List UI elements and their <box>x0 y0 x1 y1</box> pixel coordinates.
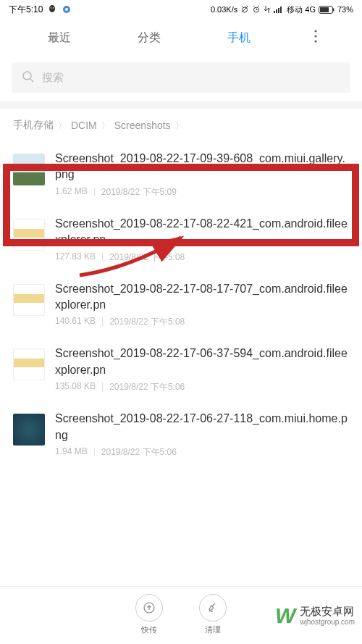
search-placeholder: 搜索 <box>42 71 64 85</box>
file-thumbnail <box>13 348 45 380</box>
file-thumbnail <box>13 284 45 316</box>
meta-separator: | <box>93 446 96 459</box>
battery-percent: 73% <box>337 5 353 14</box>
svg-line-19 <box>30 79 33 82</box>
svg-point-0 <box>49 5 55 12</box>
file-thumbnail <box>13 414 45 446</box>
status-bar: 下午5:10 0.03K/s 移动 4G 73% <box>0 0 362 19</box>
more-icon[interactable] <box>308 30 323 46</box>
svg-point-1 <box>51 7 52 9</box>
svg-point-4 <box>65 8 68 11</box>
file-size: 140.61 KB <box>55 316 96 328</box>
file-meta: 135.08 KB | 2019/8/22 下午5:06 <box>55 381 349 393</box>
app-icon <box>62 4 72 14</box>
file-item[interactable]: Screenshot_2019-08-22-17-06-37-594_com.a… <box>0 337 362 402</box>
breadcrumb: 手机存储 〉 DCIM 〉 Screenshots 〉 <box>0 109 362 142</box>
svg-rect-14 <box>333 8 334 11</box>
file-meta: 1.62 MB | 2019/8/22 下午5:09 <box>55 186 349 198</box>
tab-category[interactable]: 分类 <box>129 26 169 50</box>
watermark-logo: W <box>275 603 295 628</box>
crumb-root[interactable]: 手机存储 <box>13 119 54 132</box>
search-input[interactable]: 搜索 <box>12 62 350 93</box>
data-icon <box>264 5 271 14</box>
file-date: 2019/8/22 下午5:09 <box>101 186 177 198</box>
watermark-url: wjhostgroup.com <box>300 618 355 626</box>
file-meta: 140.61 KB | 2019/8/22 下午5:08 <box>55 316 349 328</box>
file-meta: 127.83 KB | 2019/8/22 下午5:08 <box>55 251 349 264</box>
svg-point-2 <box>53 7 54 9</box>
file-item[interactable]: Screenshot_2019-08-22-17-06-27-118_com.m… <box>0 402 362 467</box>
watermark-text: 无极安卓网 wjhostgroup.com <box>300 606 355 626</box>
svg-point-16 <box>314 35 316 37</box>
status-time: 下午5:10 <box>9 4 43 16</box>
file-name: Screenshot_2019-08-22-17-08-22-421_com.a… <box>55 216 349 248</box>
svg-rect-10 <box>278 8 279 13</box>
file-list: Screenshot_2019-08-22-17-09-39-608_com.m… <box>0 142 362 467</box>
tab-recent[interactable]: 最近 <box>39 26 80 50</box>
crumb-dcim[interactable]: DCIM <box>71 120 97 131</box>
file-thumbnail <box>13 219 45 251</box>
carrier-label: 移动 4G <box>287 4 316 15</box>
status-right: 0.03K/s 移动 4G 73% <box>211 4 353 15</box>
file-name: Screenshot_2019-08-22-17-08-17-707_com.a… <box>55 281 349 314</box>
file-info: Screenshot_2019-08-22-17-08-17-707_com.a… <box>55 281 349 329</box>
quick-send-label: 快传 <box>141 624 157 635</box>
svg-rect-11 <box>280 7 282 13</box>
svg-point-15 <box>314 30 316 32</box>
file-info: Screenshot_2019-08-22-17-09-39-608_com.m… <box>55 151 349 198</box>
file-info: Screenshot_2019-08-22-17-06-37-594_com.a… <box>55 346 349 393</box>
file-thumbnail <box>13 154 45 185</box>
file-date: 2019/8/22 下午5:06 <box>101 446 177 459</box>
chevron-right-icon: 〉 <box>101 120 110 132</box>
file-item[interactable]: Screenshot_2019-08-22-17-08-22-421_com.a… <box>0 207 362 272</box>
crumb-screenshots[interactable]: Screenshots <box>114 120 171 131</box>
file-item[interactable]: Screenshot_2019-08-22-17-08-17-707_com.a… <box>0 272 362 338</box>
file-size: 127.83 KB <box>55 251 96 264</box>
chevron-right-icon: 〉 <box>175 120 184 132</box>
qq-icon <box>47 4 57 14</box>
signal-icon <box>274 6 284 13</box>
battery-icon <box>319 6 334 14</box>
broom-icon <box>199 594 227 622</box>
meta-separator: | <box>93 186 96 198</box>
chevron-right-icon: 〉 <box>58 120 67 132</box>
file-info: Screenshot_2019-08-22-17-08-22-421_com.a… <box>55 216 349 264</box>
file-meta: 1.94 MB | 2019/8/22 下午5:06 <box>55 446 349 459</box>
quick-send-button[interactable]: 快传 <box>135 594 163 635</box>
meta-separator: | <box>101 381 104 393</box>
clean-label: 清理 <box>205 624 221 635</box>
tab-bar: 最近 分类 手机 <box>0 19 362 57</box>
clean-button[interactable]: 清理 <box>199 594 227 635</box>
file-name: Screenshot_2019-08-22-17-06-37-594_com.a… <box>55 346 349 378</box>
file-date: 2019/8/22 下午5:08 <box>109 316 185 328</box>
alarm-off-icon <box>240 5 249 14</box>
file-name: Screenshot_2019-08-22-17-06-27-118_com.m… <box>55 411 349 443</box>
svg-rect-8 <box>274 11 275 13</box>
network-speed: 0.03K/s <box>211 5 237 14</box>
meta-separator: | <box>101 251 104 264</box>
tab-phone[interactable]: 手机 <box>219 26 259 50</box>
file-name: Screenshot_2019-08-22-17-09-39-608_com.m… <box>55 151 349 183</box>
svg-rect-9 <box>276 9 277 13</box>
file-size: 1.94 MB <box>55 446 88 459</box>
status-left: 下午5:10 <box>9 4 72 16</box>
file-date: 2019/8/22 下午5:08 <box>109 251 185 264</box>
search-icon <box>22 70 35 85</box>
file-item[interactable]: Screenshot_2019-08-22-17-09-39-608_com.m… <box>0 142 362 207</box>
clock-icon <box>252 5 261 14</box>
divider <box>0 101 362 109</box>
watermark: W 无极安卓网 wjhostgroup.com <box>275 603 355 628</box>
file-date: 2019/8/22 下午5:06 <box>109 381 185 393</box>
file-info: Screenshot_2019-08-22-17-06-27-118_com.m… <box>55 411 349 459</box>
svg-point-18 <box>23 72 31 80</box>
file-size: 1.62 MB <box>55 186 88 198</box>
svg-rect-13 <box>320 7 329 12</box>
svg-point-17 <box>314 40 316 42</box>
upload-icon <box>135 594 163 622</box>
meta-separator: | <box>101 316 104 328</box>
file-size: 135.08 KB <box>55 381 96 393</box>
watermark-title: 无极安卓网 <box>300 606 355 618</box>
